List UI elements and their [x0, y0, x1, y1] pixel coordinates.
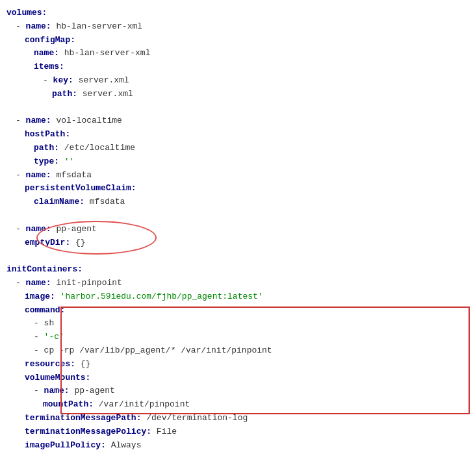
code-line [6, 209, 469, 223]
code-token: hb-lan-server-xml [51, 20, 142, 34]
code-token: mfsdata [51, 169, 92, 182]
code-token: name: [26, 277, 51, 290]
code-line: - sh [6, 317, 469, 331]
code-token: emptyDir: [25, 236, 70, 250]
code-line: path: server.xml [6, 88, 469, 101]
code-token: resources: [25, 358, 75, 371]
code-line: - name: pp-agent [6, 384, 469, 398]
code-line [6, 101, 469, 115]
code-token: '' [59, 155, 74, 169]
code-line: type: '' [6, 155, 469, 169]
code-token: sh [44, 317, 55, 331]
code-token: - [43, 74, 53, 88]
code-token: /var/init/pinpoint [94, 398, 190, 412]
code-token: - [16, 20, 26, 34]
code-token: Always [106, 439, 142, 453]
code-token: cp -rp /var/lib/pp_agent/* /var/init/pin… [44, 344, 272, 358]
code-token: mountPath: [43, 398, 94, 412]
code-token: init-pinpoint [51, 277, 122, 290]
code-token: - [16, 277, 26, 290]
code-token: command: [25, 304, 65, 318]
code-token: - [16, 114, 26, 128]
code-token: volumes: [6, 6, 47, 20]
code-token: - [16, 223, 26, 236]
code-line: name: hb-lan-server-xml [6, 47, 469, 60]
code-line: - name: pp-agent [6, 223, 469, 236]
code-line: image: 'harbor.59iedu.com/fjhb/pp_agent:… [6, 290, 469, 304]
code-line: persistentVolumeClaim: [6, 182, 469, 195]
code-token: hb-lan-server-xml [59, 47, 150, 60]
code-token: {} [75, 358, 90, 371]
code-token: - [34, 317, 44, 331]
code-token: path: [52, 88, 77, 101]
code-line [6, 249, 469, 263]
code-token: server.xml [73, 74, 129, 88]
code-line: terminationMessagePath: /dev/termination… [6, 412, 469, 425]
code-line: configMap: [6, 34, 469, 47]
code-line: volumeMounts: [6, 371, 469, 385]
code-token: items: [34, 60, 64, 74]
code-token: key: [53, 74, 73, 88]
code-line: - name: init-pinpoint [6, 277, 469, 290]
code-token: pp-agent [51, 223, 97, 236]
code-token: claimName: [34, 195, 84, 209]
code-token: terminationMessagePath: [25, 412, 141, 425]
code-token: - [34, 384, 44, 398]
code-token: mfsdata [84, 195, 125, 209]
code-token: initContainers: [6, 263, 83, 277]
code-line: - name: mfsdata [6, 169, 469, 182]
code-line: - name: hb-lan-server-xml [6, 20, 469, 34]
code-token: terminationMessagePolicy: [25, 425, 151, 439]
code-line: initContainers: [6, 263, 469, 277]
code-line: - '-c' [6, 331, 469, 344]
code-line: emptyDir: {} [6, 236, 469, 250]
code-container: volumes:- name: hb-lan-server-xmlconfigM… [0, 6, 475, 476]
code-line: - cp -rp /var/lib/pp_agent/* /var/init/p… [6, 344, 469, 358]
code-line: - name: vol-localtime [6, 114, 469, 128]
code-token: vol-localtime [51, 114, 122, 128]
code-token: volumeMounts: [25, 371, 90, 385]
code-line: terminationMessagePolicy: File [6, 425, 469, 439]
code-line: items: [6, 60, 469, 74]
code-token: /etc/localtime [59, 142, 135, 155]
code-line: hostPath: [6, 128, 469, 142]
code-line: path: /etc/localtime [6, 142, 469, 155]
code-token: server.xml [77, 88, 133, 101]
code-line: claimName: mfsdata [6, 195, 469, 209]
code-line: mountPath: /var/init/pinpoint [6, 398, 469, 412]
code-token: '-c' [44, 331, 64, 344]
code-token: /dev/termination-log [141, 412, 248, 425]
code-token: imagePullPolicy: [25, 439, 106, 453]
code-token: {} [70, 236, 85, 250]
code-token: hostPath: [25, 128, 70, 142]
code-token: persistentVolumeClaim: [25, 182, 136, 195]
code-token: type: [34, 155, 59, 169]
code-line: resources: {} [6, 358, 469, 371]
code-token: - [34, 331, 44, 344]
code-token: 'harbor.59iedu.com/fjhb/pp_agent:latest' [55, 290, 263, 304]
code-line: command: [6, 304, 469, 318]
code-token: name: [26, 114, 51, 128]
code-line: imagePullPolicy: Always [6, 439, 469, 453]
code-token: configMap: [25, 34, 75, 47]
code-token: - [16, 169, 26, 182]
code-token: name: [44, 384, 70, 398]
code-token: name: [26, 223, 51, 236]
code-token: name: [34, 47, 59, 60]
code-token: image: [25, 290, 55, 304]
code-token: path: [34, 142, 59, 155]
code-token: name: [26, 20, 51, 34]
code-token: pp-agent [70, 384, 115, 398]
code-token: - [34, 344, 44, 358]
code-line: - key: server.xml [6, 74, 469, 88]
code-line: volumes: [6, 6, 469, 20]
code-token: name: [26, 169, 51, 182]
code-token: File [151, 425, 177, 439]
